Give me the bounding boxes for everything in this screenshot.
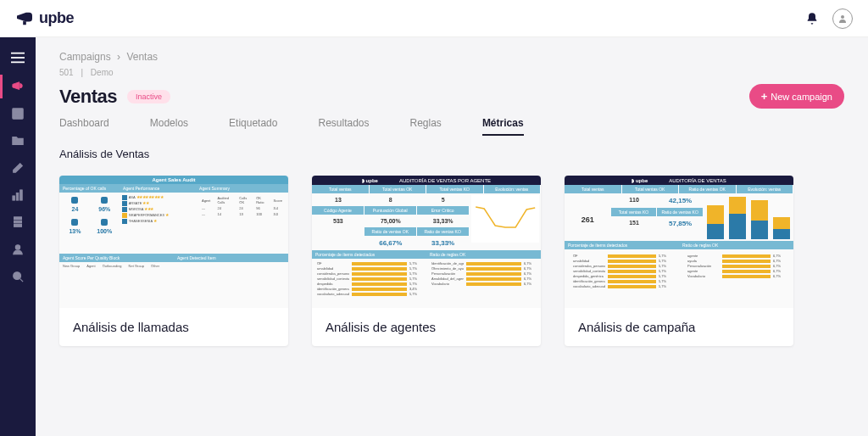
tab-metricas[interactable]: Métricas — [482, 117, 524, 136]
meta-line: 501 | Demo — [59, 68, 844, 77]
card-title: Análisis de campaña — [565, 308, 793, 346]
sidebar-item-list[interactable] — [0, 102, 36, 126]
svg-rect-1 — [11, 53, 25, 54]
sidebar-toggle[interactable] — [0, 44, 36, 71]
card-analisis-agentes[interactable]: ◗ upbeAUDITORÍA DE VENTAS POR AGENTE Tot… — [312, 176, 541, 346]
card-analisis-llamadas[interactable]: Agent Sales Audit Percentage of OK calls… — [59, 176, 288, 346]
tabs: Dashboard Modelos Etiquetado Resultados … — [59, 117, 844, 136]
bell-icon[interactable] — [805, 12, 819, 25]
card-analisis-campana[interactable]: ◗ upbeAUDITORÍA DE VENTAS Total ventas T… — [565, 176, 793, 346]
client-name: Demo — [91, 68, 114, 77]
card-preview: ◗ upbeAUDITORÍA DE VENTAS Total ventas T… — [565, 176, 793, 308]
hamburger-icon — [11, 52, 25, 64]
svg-rect-11 — [14, 217, 22, 220]
svg-point-0 — [841, 15, 844, 19]
tab-etiquetado[interactable]: Etiquetado — [229, 117, 277, 136]
svg-rect-8 — [13, 196, 15, 200]
chevron-right-icon: › — [117, 51, 120, 63]
sidebar-item-edit[interactable] — [0, 156, 36, 180]
tab-modelos[interactable]: Modelos — [150, 117, 188, 136]
breadcrumb: Campaigns › Ventas — [59, 51, 844, 63]
title-row: Ventas Inactive New campaign — [59, 84, 844, 109]
card-preview: ◗ upbeAUDITORÍA DE VENTAS POR AGENTE Tot… — [312, 176, 541, 308]
sidebar-item-files[interactable] — [0, 210, 36, 234]
topbar: upbe — [0, 0, 868, 37]
section-title: Análisis de Ventas — [59, 148, 844, 160]
page-title: Ventas — [59, 86, 117, 108]
cards-grid: Agent Sales Audit Percentage of OK calls… — [59, 176, 844, 346]
list-icon — [12, 108, 24, 120]
barchart-icon — [12, 189, 24, 201]
breadcrumb-root[interactable]: Campaigns — [59, 51, 111, 63]
tab-resultados[interactable]: Resultados — [318, 117, 369, 136]
card-title: Análisis de agentes — [312, 308, 541, 346]
user-icon — [12, 243, 24, 255]
sidebar-item-stats[interactable] — [0, 183, 36, 207]
svg-rect-3 — [11, 61, 25, 63]
preview-header: Agent Sales Audit — [59, 176, 288, 184]
brand-name: upbe — [39, 9, 74, 27]
card-title: Análisis de llamadas — [59, 308, 288, 346]
svg-line-16 — [20, 279, 24, 282]
svg-rect-9 — [16, 193, 19, 200]
sidebar — [0, 37, 36, 436]
main-content: Campaigns › Ventas 501 | Demo Ventas Ina… — [36, 37, 868, 436]
line-chart — [471, 195, 539, 243]
svg-point-14 — [15, 245, 19, 249]
svg-rect-12 — [14, 221, 22, 223]
campaign-id: 501 — [59, 68, 74, 77]
new-campaign-button[interactable]: New campaign — [749, 84, 844, 109]
folder-icon — [12, 135, 24, 147]
tab-reglas[interactable]: Reglas — [410, 117, 442, 136]
topbar-right — [805, 8, 853, 29]
svg-rect-10 — [20, 190, 23, 200]
search-icon — [12, 271, 24, 282]
sidebar-item-folder[interactable] — [0, 129, 36, 153]
megaphone-icon — [12, 81, 24, 92]
breadcrumb-current: Ventas — [126, 51, 158, 63]
pencil-icon — [12, 162, 24, 174]
stacked-bar-chart — [704, 193, 793, 241]
megaphone-icon — [15, 11, 34, 26]
user-icon — [837, 14, 848, 24]
sidebar-item-campaigns[interactable] — [0, 75, 36, 98]
status-badge: Inactive — [127, 90, 170, 103]
sidebar-item-users[interactable] — [0, 238, 36, 261]
svg-point-15 — [14, 272, 21, 280]
brand-logo[interactable]: upbe — [15, 9, 74, 27]
svg-rect-13 — [14, 225, 22, 227]
card-preview: Agent Sales Audit Percentage of OK calls… — [59, 176, 288, 308]
svg-rect-2 — [11, 57, 25, 59]
files-icon — [12, 216, 24, 228]
tab-dashboard[interactable]: Dashboard — [59, 117, 109, 136]
sidebar-item-search[interactable] — [0, 265, 36, 288]
user-avatar[interactable] — [832, 8, 853, 29]
